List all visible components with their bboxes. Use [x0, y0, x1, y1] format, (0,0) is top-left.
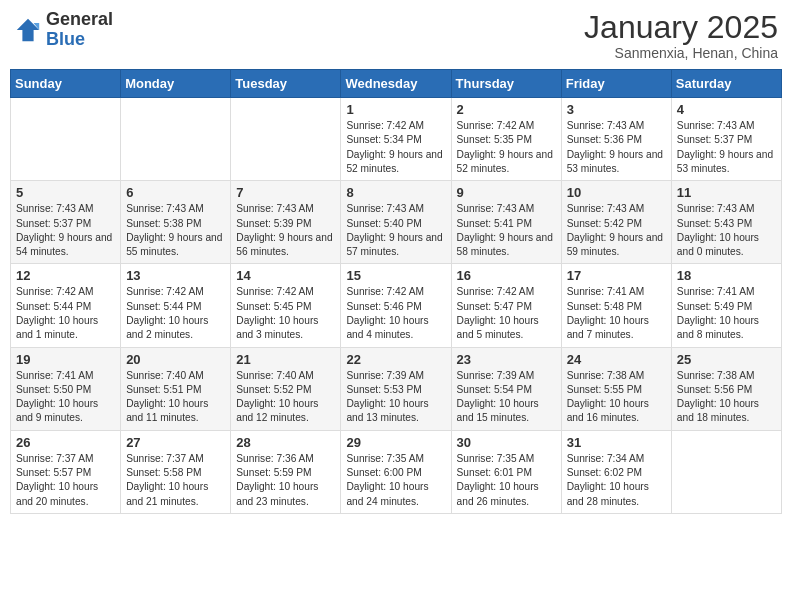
day-info: Sunrise: 7:43 AM Sunset: 5:40 PM Dayligh…: [346, 202, 445, 259]
day-number: 21: [236, 352, 335, 367]
calendar-cell: 26Sunrise: 7:37 AM Sunset: 5:57 PM Dayli…: [11, 430, 121, 513]
weekday-header-thursday: Thursday: [451, 70, 561, 98]
day-info: Sunrise: 7:43 AM Sunset: 5:37 PM Dayligh…: [677, 119, 776, 176]
calendar-cell: 21Sunrise: 7:40 AM Sunset: 5:52 PM Dayli…: [231, 347, 341, 430]
day-number: 27: [126, 435, 225, 450]
weekday-header-wednesday: Wednesday: [341, 70, 451, 98]
day-info: Sunrise: 7:38 AM Sunset: 5:56 PM Dayligh…: [677, 369, 776, 426]
calendar-cell: 17Sunrise: 7:41 AM Sunset: 5:48 PM Dayli…: [561, 264, 671, 347]
day-info: Sunrise: 7:41 AM Sunset: 5:48 PM Dayligh…: [567, 285, 666, 342]
calendar-cell: 3Sunrise: 7:43 AM Sunset: 5:36 PM Daylig…: [561, 98, 671, 181]
day-info: Sunrise: 7:42 AM Sunset: 5:44 PM Dayligh…: [126, 285, 225, 342]
day-number: 16: [457, 268, 556, 283]
calendar-cell: 27Sunrise: 7:37 AM Sunset: 5:58 PM Dayli…: [121, 430, 231, 513]
day-info: Sunrise: 7:43 AM Sunset: 5:43 PM Dayligh…: [677, 202, 776, 259]
day-number: 18: [677, 268, 776, 283]
logo-general: General: [46, 9, 113, 29]
day-info: Sunrise: 7:43 AM Sunset: 5:41 PM Dayligh…: [457, 202, 556, 259]
day-info: Sunrise: 7:39 AM Sunset: 5:54 PM Dayligh…: [457, 369, 556, 426]
day-number: 23: [457, 352, 556, 367]
calendar-cell: 23Sunrise: 7:39 AM Sunset: 5:54 PM Dayli…: [451, 347, 561, 430]
weekday-header-friday: Friday: [561, 70, 671, 98]
day-info: Sunrise: 7:40 AM Sunset: 5:52 PM Dayligh…: [236, 369, 335, 426]
calendar-cell: 5Sunrise: 7:43 AM Sunset: 5:37 PM Daylig…: [11, 181, 121, 264]
calendar-cell: 22Sunrise: 7:39 AM Sunset: 5:53 PM Dayli…: [341, 347, 451, 430]
day-number: 30: [457, 435, 556, 450]
title-block: January 2025 Sanmenxia, Henan, China: [584, 10, 778, 61]
calendar-cell: [671, 430, 781, 513]
day-number: 15: [346, 268, 445, 283]
calendar-cell: 11Sunrise: 7:43 AM Sunset: 5:43 PM Dayli…: [671, 181, 781, 264]
day-info: Sunrise: 7:34 AM Sunset: 6:02 PM Dayligh…: [567, 452, 666, 509]
calendar-cell: [231, 98, 341, 181]
day-info: Sunrise: 7:35 AM Sunset: 6:01 PM Dayligh…: [457, 452, 556, 509]
calendar-cell: [11, 98, 121, 181]
location-subtitle: Sanmenxia, Henan, China: [584, 45, 778, 61]
day-number: 28: [236, 435, 335, 450]
day-number: 3: [567, 102, 666, 117]
calendar-cell: 14Sunrise: 7:42 AM Sunset: 5:45 PM Dayli…: [231, 264, 341, 347]
calendar-week-row-1: 1Sunrise: 7:42 AM Sunset: 5:34 PM Daylig…: [11, 98, 782, 181]
day-number: 7: [236, 185, 335, 200]
day-info: Sunrise: 7:39 AM Sunset: 5:53 PM Dayligh…: [346, 369, 445, 426]
logo-text: General Blue: [46, 10, 113, 50]
page-header: General Blue January 2025 Sanmenxia, Hen…: [10, 10, 782, 61]
day-number: 24: [567, 352, 666, 367]
calendar-cell: 4Sunrise: 7:43 AM Sunset: 5:37 PM Daylig…: [671, 98, 781, 181]
day-number: 20: [126, 352, 225, 367]
day-number: 22: [346, 352, 445, 367]
calendar-cell: 8Sunrise: 7:43 AM Sunset: 5:40 PM Daylig…: [341, 181, 451, 264]
calendar-cell: 20Sunrise: 7:40 AM Sunset: 5:51 PM Dayli…: [121, 347, 231, 430]
day-number: 17: [567, 268, 666, 283]
logo-icon: [14, 16, 42, 44]
calendar-week-row-5: 26Sunrise: 7:37 AM Sunset: 5:57 PM Dayli…: [11, 430, 782, 513]
day-number: 12: [16, 268, 115, 283]
calendar-cell: 24Sunrise: 7:38 AM Sunset: 5:55 PM Dayli…: [561, 347, 671, 430]
logo: General Blue: [14, 10, 113, 50]
calendar-cell: [121, 98, 231, 181]
day-info: Sunrise: 7:35 AM Sunset: 6:00 PM Dayligh…: [346, 452, 445, 509]
calendar-cell: 15Sunrise: 7:42 AM Sunset: 5:46 PM Dayli…: [341, 264, 451, 347]
day-info: Sunrise: 7:42 AM Sunset: 5:46 PM Dayligh…: [346, 285, 445, 342]
calendar-table: SundayMondayTuesdayWednesdayThursdayFrid…: [10, 69, 782, 514]
calendar-cell: 16Sunrise: 7:42 AM Sunset: 5:47 PM Dayli…: [451, 264, 561, 347]
day-number: 25: [677, 352, 776, 367]
day-info: Sunrise: 7:42 AM Sunset: 5:35 PM Dayligh…: [457, 119, 556, 176]
calendar-cell: 1Sunrise: 7:42 AM Sunset: 5:34 PM Daylig…: [341, 98, 451, 181]
calendar-cell: 29Sunrise: 7:35 AM Sunset: 6:00 PM Dayli…: [341, 430, 451, 513]
day-info: Sunrise: 7:42 AM Sunset: 5:34 PM Dayligh…: [346, 119, 445, 176]
day-info: Sunrise: 7:43 AM Sunset: 5:42 PM Dayligh…: [567, 202, 666, 259]
day-info: Sunrise: 7:43 AM Sunset: 5:37 PM Dayligh…: [16, 202, 115, 259]
weekday-header-tuesday: Tuesday: [231, 70, 341, 98]
day-number: 31: [567, 435, 666, 450]
day-number: 6: [126, 185, 225, 200]
day-number: 9: [457, 185, 556, 200]
calendar-cell: 9Sunrise: 7:43 AM Sunset: 5:41 PM Daylig…: [451, 181, 561, 264]
day-number: 11: [677, 185, 776, 200]
logo-blue: Blue: [46, 29, 85, 49]
day-info: Sunrise: 7:36 AM Sunset: 5:59 PM Dayligh…: [236, 452, 335, 509]
calendar-week-row-2: 5Sunrise: 7:43 AM Sunset: 5:37 PM Daylig…: [11, 181, 782, 264]
day-info: Sunrise: 7:42 AM Sunset: 5:47 PM Dayligh…: [457, 285, 556, 342]
day-info: Sunrise: 7:38 AM Sunset: 5:55 PM Dayligh…: [567, 369, 666, 426]
calendar-cell: 18Sunrise: 7:41 AM Sunset: 5:49 PM Dayli…: [671, 264, 781, 347]
calendar-cell: 7Sunrise: 7:43 AM Sunset: 5:39 PM Daylig…: [231, 181, 341, 264]
weekday-header-monday: Monday: [121, 70, 231, 98]
calendar-cell: 19Sunrise: 7:41 AM Sunset: 5:50 PM Dayli…: [11, 347, 121, 430]
day-number: 8: [346, 185, 445, 200]
day-number: 10: [567, 185, 666, 200]
day-number: 19: [16, 352, 115, 367]
day-info: Sunrise: 7:43 AM Sunset: 5:38 PM Dayligh…: [126, 202, 225, 259]
calendar-cell: 6Sunrise: 7:43 AM Sunset: 5:38 PM Daylig…: [121, 181, 231, 264]
weekday-header-row: SundayMondayTuesdayWednesdayThursdayFrid…: [11, 70, 782, 98]
day-info: Sunrise: 7:40 AM Sunset: 5:51 PM Dayligh…: [126, 369, 225, 426]
calendar-cell: 31Sunrise: 7:34 AM Sunset: 6:02 PM Dayli…: [561, 430, 671, 513]
weekday-header-saturday: Saturday: [671, 70, 781, 98]
day-info: Sunrise: 7:37 AM Sunset: 5:58 PM Dayligh…: [126, 452, 225, 509]
day-info: Sunrise: 7:43 AM Sunset: 5:36 PM Dayligh…: [567, 119, 666, 176]
calendar-week-row-4: 19Sunrise: 7:41 AM Sunset: 5:50 PM Dayli…: [11, 347, 782, 430]
day-info: Sunrise: 7:41 AM Sunset: 5:49 PM Dayligh…: [677, 285, 776, 342]
day-info: Sunrise: 7:42 AM Sunset: 5:44 PM Dayligh…: [16, 285, 115, 342]
day-info: Sunrise: 7:37 AM Sunset: 5:57 PM Dayligh…: [16, 452, 115, 509]
day-number: 29: [346, 435, 445, 450]
